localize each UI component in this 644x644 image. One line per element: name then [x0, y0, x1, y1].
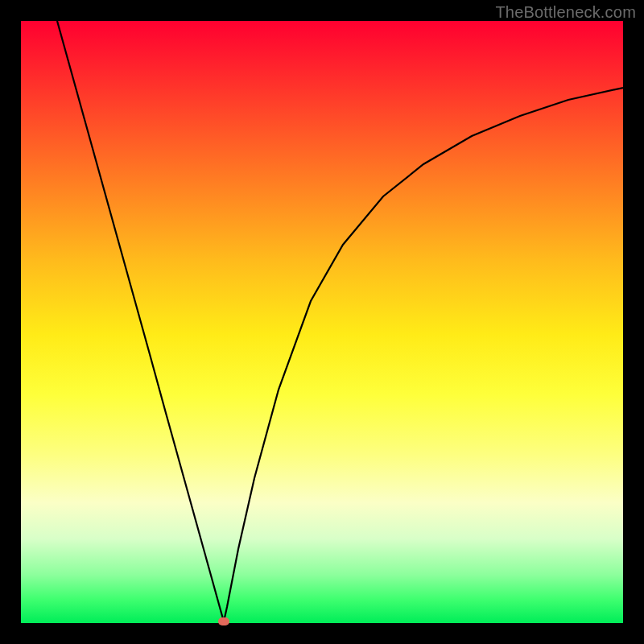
curve-left [57, 21, 224, 621]
bottleneck-curve [21, 21, 623, 623]
watermark-text: TheBottleneck.com [495, 3, 636, 22]
minimum-marker [218, 617, 229, 625]
chart-frame: TheBottleneck.com [0, 0, 644, 644]
plot-area [21, 21, 623, 623]
curve-right [224, 88, 623, 621]
